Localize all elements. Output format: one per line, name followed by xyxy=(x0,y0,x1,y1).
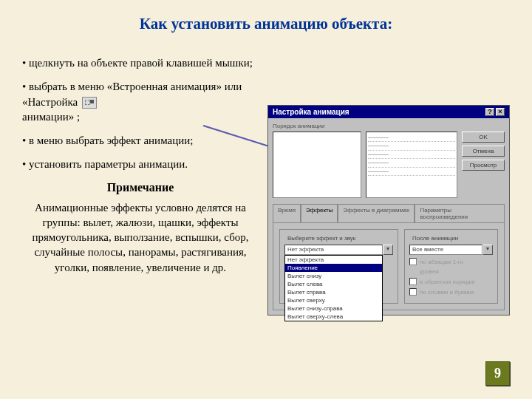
effect-option[interactable]: Нет эффекта xyxy=(285,256,382,264)
effect-sound-label: Выберите эффект и звук xyxy=(286,235,357,242)
order-label: Порядок анимации xyxy=(273,123,505,129)
grouping-combo-value: Все вместе xyxy=(409,245,482,255)
tab-time[interactable]: Время xyxy=(273,204,301,222)
effect-option[interactable]: Вылет снизу xyxy=(285,272,382,280)
checkbox-words[interactable] xyxy=(409,288,417,296)
tab-chart-effects[interactable]: Эффекты в диаграммах xyxy=(338,204,415,222)
dialog-titlebar: Настройка анимация ? × xyxy=(268,106,509,118)
bullet-4: • установить параметры анимации. xyxy=(22,157,259,171)
effect-option[interactable]: Вылет сверху xyxy=(285,296,382,304)
cancel-button[interactable]: Отмена xyxy=(462,146,505,157)
grouping-combo[interactable]: Все вместе ▾ xyxy=(409,245,493,255)
animation-settings-dialog: Настройка анимация ? × Порядок анимации … xyxy=(267,105,510,316)
page-number-badge: 9 xyxy=(485,361,510,386)
slide-preview xyxy=(273,132,361,198)
dialog-tabs: Время Эффекты Эффекты в диаграммах Парам… xyxy=(273,204,505,222)
chevron-down-icon[interactable]: ▾ xyxy=(383,245,393,255)
effect-option[interactable]: Вылет слева xyxy=(285,280,382,288)
chevron-down-icon[interactable]: ▾ xyxy=(482,245,493,255)
bullet-list: • щелкнуть на объекте правой клавишей мы… xyxy=(22,55,259,172)
tab-playback[interactable]: Параметры воспроизведения xyxy=(415,204,505,222)
ok-button[interactable]: OK xyxy=(462,132,505,143)
bullet-3: • в меню выбрать эффект анимации; xyxy=(22,133,259,148)
bullet-2: • выбрать в меню «Встроенная анимация» и… xyxy=(22,79,259,124)
checkbox-paragraphs[interactable] xyxy=(409,258,417,265)
preview-button[interactable]: Просмотр xyxy=(462,160,505,171)
animation-settings-icon xyxy=(82,97,97,109)
note-body: Анимационные эффекты условно делятся на … xyxy=(22,200,259,275)
close-icon[interactable]: × xyxy=(496,108,505,116)
checkbox-reverse[interactable] xyxy=(409,278,417,285)
effect-combo-value: Нет эффекта xyxy=(284,245,383,255)
effects-panel: Выберите эффект и звук Нет эффекта ▾ Нет… xyxy=(273,222,505,310)
effect-option[interactable]: Вылет сверху-слева xyxy=(285,313,382,321)
slide-title: Как установить анимацию объекта: xyxy=(22,15,510,33)
after-animation-label: После анимации xyxy=(411,235,460,242)
help-icon[interactable]: ? xyxy=(485,108,494,116)
tab-effects[interactable]: Эффекты xyxy=(301,204,338,222)
animation-order-list[interactable]: ———— ———— ———— ———— ———— xyxy=(366,132,457,198)
dialog-title-text: Настройка анимация xyxy=(273,108,349,116)
note-heading: Примечание xyxy=(22,181,259,194)
effect-option[interactable]: Появление xyxy=(285,264,382,272)
effect-option[interactable]: Вылет снизу-справа xyxy=(285,304,382,313)
effect-option[interactable]: Вылет справа xyxy=(285,288,382,296)
bullet-1: • щелкнуть на объекте правой клавишей мы… xyxy=(22,55,259,70)
effect-combo[interactable]: Нет эффекта ▾ Нет эффекта Появление Выле… xyxy=(284,245,393,255)
effect-dropdown-list[interactable]: Нет эффекта Появление Вылет снизу Вылет … xyxy=(284,255,383,321)
